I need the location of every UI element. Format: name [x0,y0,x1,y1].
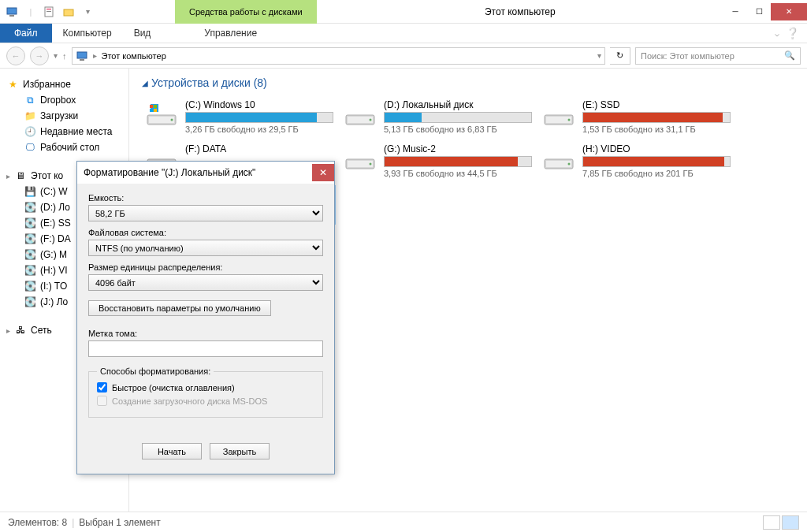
sidebar-item-downloads[interactable]: 📁Загрузки [0,108,128,124]
format-dialog: Форматирование "(J:) Локальный диск" ✕ Е… [76,161,335,474]
sidebar-label: (I:) TO [40,281,67,292]
drive-free-text: 3,93 ГБ свободно из 44,5 ГБ [384,169,532,178]
address-dropdown-icon[interactable]: ▾ [597,51,601,60]
search-icon: 🔍 [784,50,795,61]
quick-format-checkbox[interactable]: Быстрое (очистка оглавления) [97,382,314,392]
drive-usage-bar [582,156,731,167]
capacity-label: Емкость: [88,193,323,203]
view-details-button[interactable] [763,515,780,530]
address-input[interactable]: ▸ Этот компьютер ▾ [72,47,606,65]
properties-icon[interactable] [41,3,58,20]
desktop-icon: 🖵 [24,141,36,154]
expand-icon[interactable]: ▸ [6,172,10,180]
drive-icon: 💽 [24,233,36,245]
sidebar-label: Загрузки [40,110,78,121]
capacity-select[interactable]: 58,2 ГБ [88,205,323,221]
forward-button[interactable]: → [30,47,49,65]
svg-rect-1 [9,15,14,17]
expand-icon[interactable]: ▸ [6,326,10,335]
sidebar-label: (E:) SS [40,218,71,229]
drive-item[interactable]: (C:) Windows 103,26 ГБ свободно из 29,5 … [142,97,336,136]
search-input[interactable]: Поиск: Этот компьютер 🔍 [635,47,801,65]
collapse-icon[interactable]: ◢ [142,79,148,87]
up-button[interactable]: ↑ [62,51,67,61]
volume-label-input[interactable] [88,340,323,357]
status-sep: | [72,517,74,528]
close-button[interactable]: ✕ [771,3,807,20]
drive-name: (C:) Windows 10 [185,99,333,110]
format-options-legend: Способы форматирования: [97,366,214,376]
dialog-title-text: Форматирование "(J:) Локальный диск" [84,167,255,178]
newfolder-icon[interactable] [60,3,77,20]
format-options-fieldset: Способы форматирования: Быстрое (очистка… [88,366,323,418]
refresh-button[interactable]: ↻ [610,47,630,65]
maximize-button[interactable]: ☐ [747,3,771,20]
drive-item[interactable]: (H:) VIDEO7,85 ГБ свободно из 201 ГБ [539,141,733,180]
drive-usage-bar [185,112,333,123]
svg-point-18 [370,119,372,121]
view-switcher [763,515,799,530]
svg-rect-29 [546,161,571,167]
sidebar-item-recent[interactable]: 🕘Недавние места [0,124,128,140]
drive-icon: 💽 [24,296,36,308]
dialog-close-button[interactable]: ✕ [312,164,334,181]
window-controls: ─ ☐ ✕ [723,3,807,20]
drive-icon [144,99,179,131]
filesystem-select[interactable]: NTFS (по умолчанию) [88,240,323,256]
svg-rect-12 [150,105,153,108]
qat-dropdown-icon[interactable]: ▾ [79,3,96,20]
thispc-icon[interactable] [3,3,20,20]
ribbon-tab-manage[interactable]: Управление [193,24,268,43]
help-icon[interactable]: ❔ [786,27,799,39]
drive-item[interactable]: (D:) Локальный диск5,13 ГБ свободно из 6… [340,97,534,136]
drive-item[interactable]: (G:) Music-23,93 ГБ свободно из 44,5 ГБ [340,141,534,180]
sidebar-label: (D:) Ло [40,202,70,213]
dialog-actions: Начать Закрыть [88,443,323,466]
ribbon-collapse-icon[interactable]: ⌵ [775,29,779,38]
breadcrumb-location[interactable]: Этот компьютер [102,51,166,61]
drive-icon [541,143,576,175]
breadcrumb-sep-icon: ▸ [93,51,97,60]
star-icon: ★ [6,78,19,91]
restore-defaults-button[interactable]: Восстановить параметры по умолчанию [88,300,271,316]
status-selected: Выбран 1 элемент [79,517,160,528]
drive-name: (G:) Music-2 [384,143,532,154]
svg-rect-14 [150,109,153,112]
sidebar-label: (J:) Ло [40,296,68,307]
svg-rect-13 [154,105,157,108]
tree-favorites: ★Избранное ⧉Dropbox 📁Загрузки 🕘Недавние … [0,76,128,155]
close-dialog-button[interactable]: Закрыть [210,443,270,459]
ribbon-file-tab[interactable]: Файл [0,24,52,43]
start-button[interactable]: Начать [142,443,202,459]
ribbon-help: ⌵ ❔ [775,24,807,43]
svg-rect-6 [77,52,87,58]
sidebar-label: Этот ко [31,170,63,181]
svg-point-27 [370,163,372,166]
dropbox-icon: ⧉ [24,94,36,106]
minimize-button[interactable]: ─ [723,3,747,20]
svg-rect-26 [348,161,373,167]
folder-icon: 📁 [24,110,36,122]
ribbon-tab-view[interactable]: Вид [123,24,162,43]
sidebar-item-favorites[interactable]: ★Избранное [0,76,128,92]
ribbon-tab-computer[interactable]: Компьютер [52,24,123,43]
drive-icon: 💽 [24,280,36,292]
drive-usage-bar [384,156,532,167]
group-header-label: Устройства и диски (8) [151,76,267,89]
view-tiles-button[interactable] [782,515,799,530]
sidebar-item-desktop[interactable]: 🖵Рабочий стол [0,140,128,155]
sidebar-item-dropbox[interactable]: ⧉Dropbox [0,92,128,108]
dialog-titlebar[interactable]: Форматирование "(J:) Локальный диск" ✕ [77,162,334,184]
quick-format-input[interactable] [97,382,107,392]
history-dropdown-icon[interactable]: ▾ [54,51,58,60]
allocation-select[interactable]: 4096 байт [88,274,323,291]
drive-usage-bar [384,112,532,123]
msdos-checkbox: Создание загрузочного диска MS-DOS [97,396,314,406]
contextual-tab-label: Средства работы с дисками [175,0,317,24]
back-button[interactable]: ← [6,47,25,65]
drive-item[interactable]: (E:) SSD1,53 ГБ свободно из 31,1 ГБ [539,97,733,136]
drive-icon [343,143,377,175]
location-icon [76,50,88,62]
group-header[interactable]: ◢ Устройства и диски (8) [142,76,794,89]
drive-icon: 💽 [24,264,36,277]
